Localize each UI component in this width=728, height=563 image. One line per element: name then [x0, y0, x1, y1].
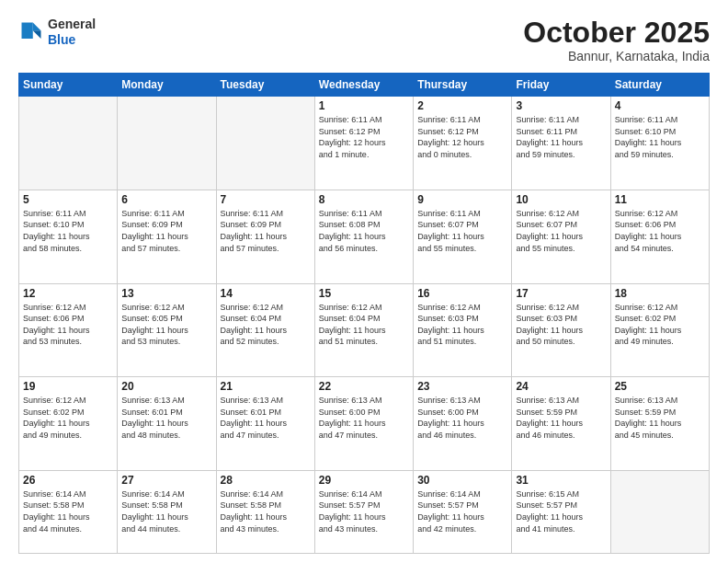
day-number: 12 — [23, 287, 113, 300]
week-row-0: 1Sunrise: 6:11 AM Sunset: 6:12 PM Daylig… — [19, 97, 710, 190]
day-info: Sunrise: 6:14 AM Sunset: 5:58 PM Dayligh… — [221, 488, 311, 534]
calendar-cell — [610, 470, 709, 553]
logo-line2: Blue — [48, 32, 96, 48]
day-number: 13 — [121, 287, 211, 300]
month-title: October 2025 — [523, 17, 710, 49]
day-number: 19 — [23, 380, 113, 393]
calendar-cell: 1Sunrise: 6:11 AM Sunset: 6:12 PM Daylig… — [314, 97, 413, 190]
day-info: Sunrise: 6:12 AM Sunset: 6:03 PM Dayligh… — [516, 302, 606, 348]
day-number: 4 — [615, 99, 705, 112]
calendar-cell — [19, 97, 118, 190]
day-number: 5 — [23, 193, 113, 206]
day-number: 2 — [417, 99, 507, 112]
week-row-2: 12Sunrise: 6:12 AM Sunset: 6:06 PM Dayli… — [19, 283, 710, 377]
day-number: 10 — [516, 193, 606, 206]
day-number: 16 — [417, 287, 507, 300]
day-number: 9 — [417, 193, 507, 206]
day-info: Sunrise: 6:11 AM Sunset: 6:11 PM Dayligh… — [516, 114, 606, 160]
svg-marker-0 — [33, 22, 41, 30]
day-number: 23 — [417, 380, 507, 393]
calendar-cell: 4Sunrise: 6:11 AM Sunset: 6:10 PM Daylig… — [610, 97, 709, 190]
day-number: 11 — [615, 193, 705, 206]
calendar-header-row: Sunday Monday Tuesday Wednesday Thursday… — [19, 74, 710, 97]
calendar-cell: 28Sunrise: 6:14 AM Sunset: 5:58 PM Dayli… — [216, 470, 314, 553]
svg-rect-2 — [22, 22, 33, 39]
calendar-cell: 18Sunrise: 6:12 AM Sunset: 6:02 PM Dayli… — [610, 283, 709, 377]
week-row-3: 19Sunrise: 6:12 AM Sunset: 6:02 PM Dayli… — [19, 377, 710, 471]
generalblue-logo-icon — [18, 19, 44, 45]
title-block: October 2025 Bannur, Karnataka, India — [523, 17, 710, 63]
col-thursday: Thursday — [414, 74, 512, 97]
week-row-1: 5Sunrise: 6:11 AM Sunset: 6:10 PM Daylig… — [19, 190, 710, 283]
calendar-cell: 7Sunrise: 6:11 AM Sunset: 6:09 PM Daylig… — [216, 190, 314, 283]
calendar-cell: 10Sunrise: 6:12 AM Sunset: 6:07 PM Dayli… — [512, 190, 610, 283]
day-number: 29 — [319, 474, 409, 487]
day-info: Sunrise: 6:11 AM Sunset: 6:09 PM Dayligh… — [121, 208, 211, 254]
calendar-cell: 17Sunrise: 6:12 AM Sunset: 6:03 PM Dayli… — [512, 283, 610, 377]
logo-line1: General — [48, 17, 96, 32]
day-info: Sunrise: 6:13 AM Sunset: 6:00 PM Dayligh… — [417, 395, 507, 441]
day-info: Sunrise: 6:12 AM Sunset: 6:03 PM Dayligh… — [417, 302, 507, 348]
day-info: Sunrise: 6:14 AM Sunset: 5:58 PM Dayligh… — [121, 488, 211, 534]
day-number: 20 — [121, 380, 211, 393]
calendar-cell: 22Sunrise: 6:13 AM Sunset: 6:00 PM Dayli… — [314, 377, 413, 471]
day-number: 31 — [516, 474, 606, 487]
day-info: Sunrise: 6:12 AM Sunset: 6:05 PM Dayligh… — [121, 302, 211, 348]
day-number: 3 — [516, 99, 606, 112]
day-info: Sunrise: 6:12 AM Sunset: 6:02 PM Dayligh… — [615, 302, 705, 348]
logo-text: General Blue — [48, 17, 96, 48]
page: General Blue October 2025 Bannur, Karnat… — [0, 0, 728, 563]
day-info: Sunrise: 6:15 AM Sunset: 5:57 PM Dayligh… — [516, 488, 606, 534]
day-info: Sunrise: 6:14 AM Sunset: 5:58 PM Dayligh… — [23, 488, 113, 534]
calendar-cell: 14Sunrise: 6:12 AM Sunset: 6:04 PM Dayli… — [216, 283, 314, 377]
calendar-cell: 16Sunrise: 6:12 AM Sunset: 6:03 PM Dayli… — [414, 283, 512, 377]
calendar-cell: 13Sunrise: 6:12 AM Sunset: 6:05 PM Dayli… — [118, 283, 216, 377]
calendar-cell: 5Sunrise: 6:11 AM Sunset: 6:10 PM Daylig… — [19, 190, 118, 283]
day-number: 24 — [516, 380, 606, 393]
calendar-cell — [216, 97, 314, 190]
calendar-table: Sunday Monday Tuesday Wednesday Thursday… — [18, 73, 710, 554]
calendar-cell: 24Sunrise: 6:13 AM Sunset: 5:59 PM Dayli… — [512, 377, 610, 471]
day-info: Sunrise: 6:14 AM Sunset: 5:57 PM Dayligh… — [417, 488, 507, 534]
day-info: Sunrise: 6:11 AM Sunset: 6:08 PM Dayligh… — [319, 208, 409, 254]
day-number: 26 — [23, 474, 113, 487]
col-monday: Monday — [118, 74, 216, 97]
day-number: 8 — [319, 193, 409, 206]
calendar-cell: 30Sunrise: 6:14 AM Sunset: 5:57 PM Dayli… — [414, 470, 512, 553]
calendar-cell: 31Sunrise: 6:15 AM Sunset: 5:57 PM Dayli… — [512, 470, 610, 553]
day-info: Sunrise: 6:12 AM Sunset: 6:06 PM Dayligh… — [615, 208, 705, 254]
day-info: Sunrise: 6:11 AM Sunset: 6:09 PM Dayligh… — [221, 208, 311, 254]
col-saturday: Saturday — [610, 74, 709, 97]
calendar-cell: 23Sunrise: 6:13 AM Sunset: 6:00 PM Dayli… — [414, 377, 512, 471]
col-tuesday: Tuesday — [216, 74, 314, 97]
calendar-cell: 19Sunrise: 6:12 AM Sunset: 6:02 PM Dayli… — [19, 377, 118, 471]
day-number: 22 — [319, 380, 409, 393]
day-info: Sunrise: 6:12 AM Sunset: 6:07 PM Dayligh… — [516, 208, 606, 254]
calendar-cell: 8Sunrise: 6:11 AM Sunset: 6:08 PM Daylig… — [314, 190, 413, 283]
day-number: 7 — [221, 193, 311, 206]
day-number: 18 — [615, 287, 705, 300]
day-number: 15 — [319, 287, 409, 300]
day-number: 17 — [516, 287, 606, 300]
day-number: 21 — [221, 380, 311, 393]
calendar-cell: 20Sunrise: 6:13 AM Sunset: 6:01 PM Dayli… — [118, 377, 216, 471]
calendar-cell: 29Sunrise: 6:14 AM Sunset: 5:57 PM Dayli… — [314, 470, 413, 553]
calendar-cell: 27Sunrise: 6:14 AM Sunset: 5:58 PM Dayli… — [118, 470, 216, 553]
day-info: Sunrise: 6:14 AM Sunset: 5:57 PM Dayligh… — [319, 488, 409, 534]
svg-marker-1 — [33, 30, 41, 39]
logo: General Blue — [18, 17, 96, 48]
day-info: Sunrise: 6:11 AM Sunset: 6:10 PM Dayligh… — [615, 114, 705, 160]
day-info: Sunrise: 6:12 AM Sunset: 6:04 PM Dayligh… — [319, 302, 409, 348]
day-info: Sunrise: 6:13 AM Sunset: 5:59 PM Dayligh… — [615, 395, 705, 441]
calendar-cell: 15Sunrise: 6:12 AM Sunset: 6:04 PM Dayli… — [314, 283, 413, 377]
week-row-4: 26Sunrise: 6:14 AM Sunset: 5:58 PM Dayli… — [19, 470, 710, 553]
day-info: Sunrise: 6:12 AM Sunset: 6:04 PM Dayligh… — [221, 302, 311, 348]
day-info: Sunrise: 6:11 AM Sunset: 6:07 PM Dayligh… — [417, 208, 507, 254]
calendar-cell: 6Sunrise: 6:11 AM Sunset: 6:09 PM Daylig… — [118, 190, 216, 283]
calendar-cell: 21Sunrise: 6:13 AM Sunset: 6:01 PM Dayli… — [216, 377, 314, 471]
calendar-cell: 3Sunrise: 6:11 AM Sunset: 6:11 PM Daylig… — [512, 97, 610, 190]
day-info: Sunrise: 6:13 AM Sunset: 5:59 PM Dayligh… — [516, 395, 606, 441]
day-number: 30 — [417, 474, 507, 487]
day-number: 1 — [319, 99, 409, 112]
day-number: 25 — [615, 380, 705, 393]
